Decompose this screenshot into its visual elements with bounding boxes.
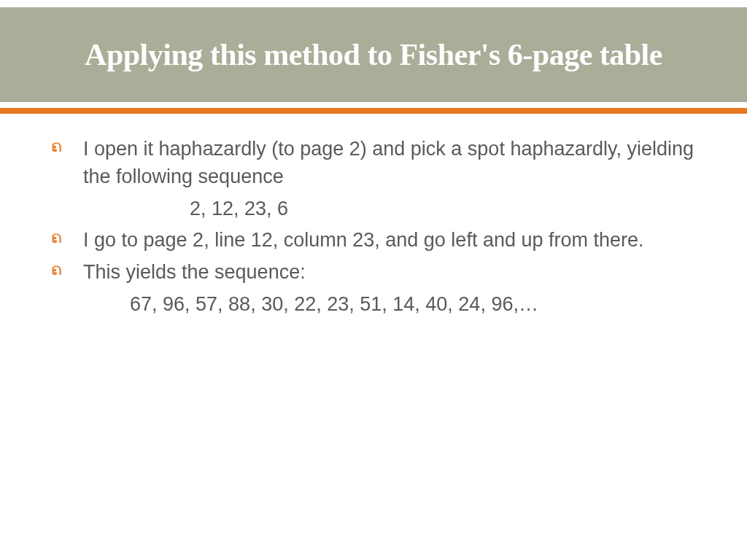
bullet-text: I open it haphazardly (to page 2) and pi… <box>83 136 718 191</box>
accent-divider <box>0 108 747 114</box>
slide-content: ຄ I open it haphazardly (to page 2) and … <box>0 114 747 319</box>
slide-title: Applying this method to Fisher's 6-page … <box>70 37 677 72</box>
bullet-subtext: 67, 96, 57, 88, 30, 22, 23, 51, 14, 40, … <box>130 291 718 319</box>
bullet-icon: ຄ <box>51 260 71 279</box>
bullet-text: This yields the sequence: <box>83 259 306 287</box>
bullet-icon: ຄ <box>51 228 71 247</box>
bullet-item: ຄ I go to page 2, line 12, column 23, an… <box>51 227 718 254</box>
bullet-text: I go to page 2, line 12, column 23, and … <box>83 227 644 254</box>
title-banner: Applying this method to Fisher's 6-page … <box>0 7 747 102</box>
bullet-item: ຄ I open it haphazardly (to page 2) and … <box>51 136 718 191</box>
bullet-item: ຄ This yields the sequence: <box>51 259 718 287</box>
bullet-subtext: 2, 12, 23, 6 <box>190 195 718 223</box>
bullet-icon: ຄ <box>51 137 71 156</box>
